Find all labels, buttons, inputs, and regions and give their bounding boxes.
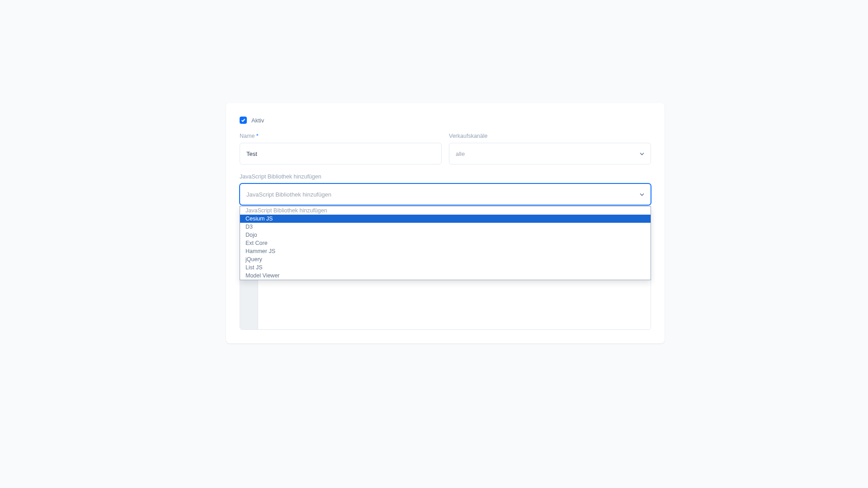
jslib-option[interactable]: D3	[240, 223, 651, 231]
name-channels-row: Name * Verkaufskanäle alle	[240, 133, 651, 164]
check-icon	[241, 118, 245, 122]
channels-field-group: Verkaufskanäle alle	[449, 133, 651, 164]
chevron-down-icon	[639, 191, 645, 197]
name-input[interactable]	[240, 143, 442, 164]
jslib-option[interactable]: Cesium JS	[240, 215, 651, 223]
active-checkbox-row: Aktiv	[240, 117, 651, 124]
chevron-down-icon	[639, 150, 645, 157]
jslib-option[interactable]: Model Viewer	[240, 272, 651, 280]
jslib-option-header: JavaScript Bibliothek hinzufügen	[240, 206, 651, 215]
jslib-select-placeholder: JavaScript Bibliothek hinzufügen	[246, 191, 331, 198]
channels-label: Verkaufskanäle	[449, 133, 651, 139]
jslib-option[interactable]: Hammer JS	[240, 247, 651, 255]
jslib-label: JavaScript Bibliothek hinzufügen	[240, 174, 651, 180]
jslib-option[interactable]: List JS	[240, 263, 651, 272]
form-card: Aktiv Name * Verkaufskanäle alle JavaScr…	[226, 103, 665, 343]
jslib-select[interactable]: JavaScript Bibliothek hinzufügen	[240, 183, 651, 205]
active-checkbox-label: Aktiv	[251, 117, 264, 124]
name-label: Name *	[240, 133, 442, 139]
jslib-option[interactable]: jQuery	[240, 255, 651, 263]
jslib-option[interactable]: Ext Core	[240, 239, 651, 247]
active-checkbox[interactable]	[240, 117, 247, 124]
name-field-group: Name *	[240, 133, 442, 164]
required-mark: *	[256, 133, 259, 139]
channels-select[interactable]: alle	[449, 143, 651, 164]
jslib-dropdown[interactable]: JavaScript Bibliothek hinzufügen Cesium …	[240, 206, 651, 280]
jslib-field-group: JavaScript Bibliothek hinzufügen JavaScr…	[240, 174, 651, 330]
channels-select-value: alle	[456, 150, 465, 157]
jslib-option[interactable]: Dojo	[240, 231, 651, 239]
name-label-text: Name	[240, 133, 255, 139]
